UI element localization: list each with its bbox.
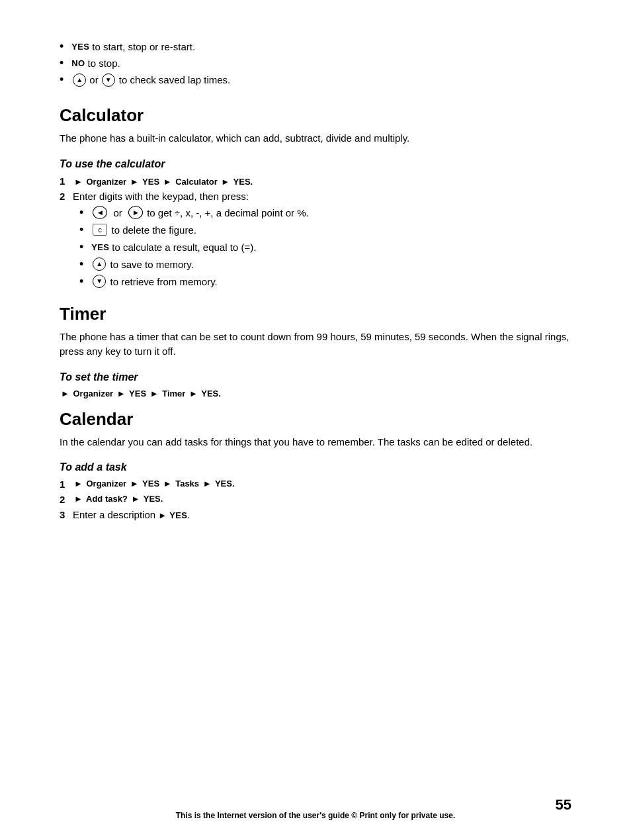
or-text-2: or xyxy=(113,207,122,218)
up-icon-2: ▲ xyxy=(93,257,106,271)
cal-step-num-2: 2 xyxy=(60,494,73,505)
down-icon: ▼ xyxy=(102,73,115,87)
calculator-section: Calculator The phone has a built-in calc… xyxy=(60,105,571,292)
cal-step-3: 3 Enter a description ► YES. xyxy=(60,509,571,520)
left-icon: ◀ xyxy=(93,206,107,219)
keyword-yes-2: YES xyxy=(91,242,109,252)
calc-step-2: 2 Enter digits with the keypad, then pre… xyxy=(60,191,571,292)
timer-title: Timer xyxy=(60,304,571,324)
keyword-no: NO xyxy=(71,58,85,68)
calculator-subsection: To use the calculator 1 ► Organizer ► YE… xyxy=(60,158,571,292)
timer-section: Timer The phone has a timer that can be … xyxy=(60,304,571,398)
cal-step-1-content: ► Organizer ► YES ► Tasks ► YES. xyxy=(73,479,571,489)
cal-step-num-3: 3 xyxy=(60,509,73,520)
calculator-description: The phone has a built-in calculator, whi… xyxy=(60,131,571,146)
or-text: or xyxy=(89,74,98,85)
calendar-steps: 1 ► Organizer ► YES ► Tasks ► YES. 2 ► A… xyxy=(60,479,571,520)
timer-subsection-title: To set the timer xyxy=(60,371,571,383)
step-num-2: 2 xyxy=(60,191,73,202)
cal-step-1: 1 ► Organizer ► YES ► Tasks ► YES. xyxy=(60,479,571,490)
calculator-title: Calculator xyxy=(60,105,571,126)
cal-step-num-1: 1 xyxy=(60,479,73,490)
footer-note: This is the Internet version of the user… xyxy=(0,811,631,820)
cal-step-2-content: ► Add task? ► YES. xyxy=(73,494,571,504)
calendar-subsection: To add a task 1 ► Organizer ► YES ► Task… xyxy=(60,461,571,520)
intro-bullet-1: YES to start, stop or re-start. xyxy=(60,40,571,54)
calculator-steps: 1 ► Organizer ► YES ► Calculator ► YES. … xyxy=(60,175,571,292)
step-num-1: 1 xyxy=(60,175,73,187)
calc-bullet-3: YES to calculate a result, equal to (=). xyxy=(79,240,571,254)
calculator-subsection-title: To use the calculator xyxy=(60,158,571,170)
calendar-subsection-title: To add a task xyxy=(60,461,571,473)
intro-bullets: YES to start, stop or re-start. NO to st… xyxy=(60,40,571,87)
step-2-content: Enter digits with the keypad, then press… xyxy=(73,191,571,292)
calc-step-1: 1 ► Organizer ► YES ► Calculator ► YES. xyxy=(60,175,571,187)
up-icon: ▲ xyxy=(73,73,86,87)
timer-nav-path: ► Organizer ► YES ► Timer ► YES. xyxy=(60,389,571,398)
calc-bullet-2: c to delete the figure. xyxy=(79,223,571,237)
right-icon: ▶ xyxy=(128,206,143,219)
calc-bullet-5: ▼ to retrieve from memory. xyxy=(79,275,571,289)
cal-step-2: 2 ► Add task? ► YES. xyxy=(60,494,571,505)
timer-description: The phone has a timer that can be set to… xyxy=(60,330,571,359)
calc-bullet-1: ◀ or ▶ to get ÷, x, -, +, a decimal poin… xyxy=(79,206,571,220)
step-1-content: ► Organizer ► YES ► Calculator ► YES. xyxy=(73,175,571,187)
calc-nav-path: ► Organizer ► YES ► Calculator ► YES. xyxy=(73,177,253,187)
intro-bullet-3: ▲ or ▼ to check saved lap times. xyxy=(60,73,571,87)
keyword-yes: YES xyxy=(71,42,89,52)
cal-step-3-content: Enter a description ► YES. xyxy=(73,509,571,520)
page-content: YES to start, stop or re-start. NO to st… xyxy=(60,40,571,520)
calc-sub-bullets: ◀ or ▶ to get ÷, x, -, +, a decimal poin… xyxy=(79,206,571,289)
calendar-title: Calendar xyxy=(60,409,571,430)
calc-bullet-4: ▲ to save to memory. xyxy=(79,257,571,271)
c-icon: c xyxy=(93,224,107,236)
intro-bullet-2: NO to stop. xyxy=(60,56,571,70)
calendar-description: In the calendar you can add tasks for th… xyxy=(60,435,571,450)
calendar-section: Calendar In the calendar you can add tas… xyxy=(60,409,571,521)
down-icon-2: ▼ xyxy=(93,275,106,288)
timer-subsection: To set the timer ► Organizer ► YES ► Tim… xyxy=(60,371,571,398)
